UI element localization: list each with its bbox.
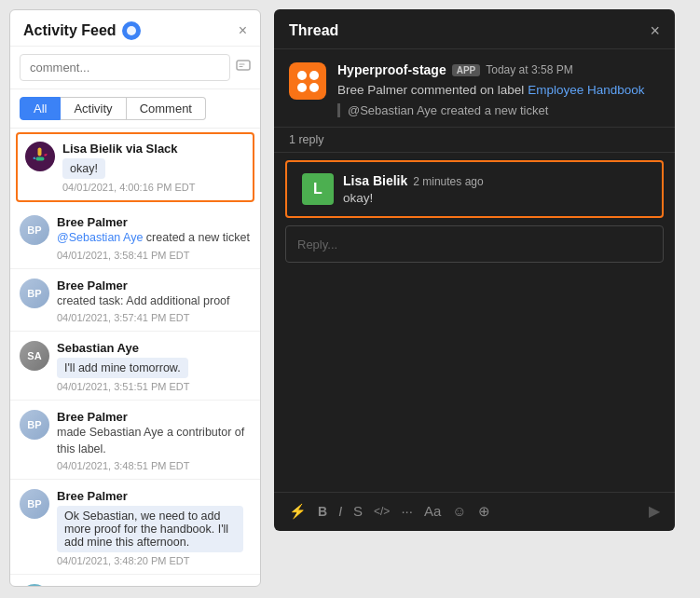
thread-main-message: Hyperproof-stage APP Today at 3:58 PM Br… — [274, 49, 675, 128]
attach-icon[interactable]: ⊕ — [478, 503, 490, 520]
feed-item-sebastian-time: 04/01/2021, 3:51:51 PM EDT — [57, 381, 251, 392]
send-icon[interactable]: ▶ — [649, 502, 660, 520]
reply-placeholder: Reply... — [297, 238, 337, 251]
feed-item-bree-ticket-time: 04/01/2021, 3:58:41 PM EDT — [57, 250, 251, 261]
feed-item-bree-ok-bubble: Ok Sebastian, we need to add more proof … — [57, 506, 243, 552]
svg-rect-1 — [237, 61, 250, 70]
thread-toolbar: ⚡ B I S </> ··· Aa ☺ ⊕ ▶ — [274, 492, 675, 531]
feed-item-lisa-slack-name: Lisa Bielik via Slack — [62, 142, 245, 156]
feed-item-bree-contributor-time: 04/01/2021, 3:48:51 PM EDT — [57, 460, 251, 471]
comment-input[interactable] — [20, 54, 230, 81]
thread-msg-text: Bree Palmer commented on label Employee … — [337, 81, 660, 100]
feed-item-bree-ticket-text: @Sebastian Aye created a new ticket — [57, 230, 251, 247]
emoji-icon[interactable]: ☺ — [452, 503, 466, 519]
thread-panel: Thread × Hyperproof-stage APP Today at 3… — [274, 9, 675, 531]
thread-sender-row: Hyperproof-stage APP Today at 3:58 PM — [337, 62, 660, 77]
feed-mention-sebastian: @Sebastian Aye — [57, 231, 143, 244]
activity-feed-header: Activity Feed × — [10, 10, 260, 47]
feed-item-bree-contributor-content: Bree Palmer made Sebastian Aye a contrib… — [57, 410, 251, 471]
feed-item-lisa-task-name: Lisa Bielik — [57, 584, 251, 586]
filter-row: All Activity Comment — [10, 89, 260, 129]
thread-msg-content: Hyperproof-stage APP Today at 3:58 PM Br… — [337, 62, 660, 117]
thread-close-button[interactable]: × — [650, 22, 660, 39]
feed-item-bree-ticket-content: Bree Palmer @Sebastian Aye created a new… — [57, 215, 251, 261]
hyperproof-icon — [289, 62, 326, 100]
thread-label-link[interactable]: Employee Handbook — [528, 83, 644, 97]
activity-feed-close-button[interactable]: × — [239, 23, 247, 38]
avatar-lisa-lb: LB — [20, 584, 49, 586]
reply-text: okay! — [343, 191, 647, 205]
feed-item-sebastian-content: Sebastian Aye I'll add mine tomorrow. 04… — [57, 341, 251, 392]
more-icon[interactable]: ··· — [401, 503, 413, 519]
strikethrough-icon[interactable]: S — [353, 503, 363, 519]
reply-time: 2 minutes ago — [413, 175, 483, 188]
filter-all-button[interactable]: All — [20, 97, 61, 120]
feed-item-bree-task-time: 04/01/2021, 3:57:41 PM EDT — [57, 312, 251, 323]
feed-item-lisa-task-content: Lisa Bielik created task: Review handboo… — [57, 584, 251, 586]
feed-item-bree-task-content: Bree Palmer created task: Add additional… — [57, 279, 251, 324]
thread-reply-item: L Lisa Bielik 2 minutes ago okay! — [285, 160, 664, 218]
feed-item-bree-ok-time: 04/01/2021, 3:48:20 PM EDT — [57, 555, 251, 566]
filter-activity-button[interactable]: Activity — [61, 97, 126, 120]
avatar-bree-2: BP — [20, 279, 49, 308]
dot2 — [309, 71, 319, 80]
italic-icon[interactable]: I — [338, 504, 342, 519]
feed-item-sebastian: SA Sebastian Aye I'll add mine tomorrow.… — [10, 332, 260, 401]
dot4 — [309, 83, 319, 92]
code-icon[interactable]: </> — [374, 505, 390, 518]
svg-point-0 — [127, 26, 136, 35]
feed-item-bree-ok-content: Bree Palmer Ok Sebastian, we need to add… — [57, 489, 251, 566]
feed-item-bree-task: BP Bree Palmer created task: Add additio… — [10, 269, 260, 333]
feed-item-lisa-task: LB Lisa Bielik created task: Review hand… — [10, 575, 260, 586]
feed-item-bree-task-name: Bree Palmer — [57, 279, 251, 292]
thread-title: Thread — [289, 22, 338, 39]
activity-feed-title-text: Activity Feed — [23, 22, 117, 39]
feed-item-sebastian-name: Sebastian Aye — [57, 341, 251, 355]
dot3 — [297, 83, 307, 92]
avatar-slack — [25, 142, 55, 171]
bold-icon[interactable]: B — [318, 504, 327, 519]
activity-feed-panel: Activity Feed × All Activity Comment — [9, 9, 261, 587]
avatar-bree-4: BP — [20, 489, 49, 519]
feed-item-bree-ok-name: Bree Palmer — [57, 489, 251, 503]
reply-content: Lisa Bielik 2 minutes ago okay! — [343, 173, 647, 205]
feed-item-lisa-slack-bubble: okay! — [62, 158, 105, 179]
lightning-icon[interactable]: ⚡ — [289, 503, 307, 520]
thread-sender-name: Hyperproof-stage — [337, 62, 446, 77]
feed-item-bree-contributor-text: made Sebastian Aye a contributor of this… — [57, 425, 251, 457]
feed-item-lisa-slack: Lisa Bielik via Slack okay! 04/01/2021, … — [16, 132, 254, 202]
reply-author-name: Lisa Bielik — [343, 173, 407, 188]
thread-message-time: Today at 3:58 PM — [486, 63, 572, 76]
feed-item-bree-ok: BP Bree Palmer Ok Sebastian, we need to … — [10, 480, 260, 575]
thread-quote: @Sebastian Aye created a new ticket — [337, 103, 660, 117]
feed-item-bree-contributor: BP Bree Palmer made Sebastian Aye a cont… — [10, 401, 260, 480]
feed-item-bree-task-text: created task: Add additional proof — [57, 293, 251, 310]
comment-send-icon[interactable] — [236, 59, 251, 77]
activity-feed-title: Activity Feed — [23, 21, 141, 40]
text-size-icon[interactable]: Aa — [424, 503, 441, 519]
avatar-sebastian: SA — [20, 341, 49, 371]
reply-name-row: Lisa Bielik 2 minutes ago — [343, 173, 647, 188]
feed-item-sebastian-bubble: I'll add mine tomorrow. — [57, 358, 188, 378]
dot1 — [297, 71, 307, 80]
avatar-bree-3: BP — [20, 410, 49, 440]
feed-item-bree-ticket-name: Bree Palmer — [57, 215, 251, 229]
feed-ticket-rest: created a new ticket — [143, 231, 250, 244]
avatar-bree-1: BP — [20, 215, 49, 245]
thread-main-text: Bree Palmer commented on label — [337, 83, 524, 97]
feed-list: Lisa Bielik via Slack okay! 04/01/2021, … — [10, 129, 260, 586]
feed-item-bree-contributor-name: Bree Palmer — [57, 410, 251, 424]
filter-comment-button[interactable]: Comment — [127, 97, 206, 120]
feed-item-lisa-slack-content: Lisa Bielik via Slack okay! 04/01/2021, … — [62, 142, 245, 193]
reply-count: 1 reply — [274, 128, 675, 153]
reply-input-area[interactable]: Reply... — [285, 225, 664, 263]
activity-feed-icon — [122, 21, 141, 40]
comment-input-row — [10, 47, 260, 89]
feed-item-bree-ticket: BP Bree Palmer @Sebastian Aye created a … — [10, 206, 260, 269]
app-badge: APP — [452, 64, 481, 76]
thread-header: Thread × — [274, 9, 675, 49]
feed-item-lisa-slack-time: 04/01/2021, 4:00:16 PM EDT — [62, 182, 245, 193]
hyperproof-dots — [294, 67, 323, 96]
reply-avatar-lisa: L — [302, 173, 334, 205]
